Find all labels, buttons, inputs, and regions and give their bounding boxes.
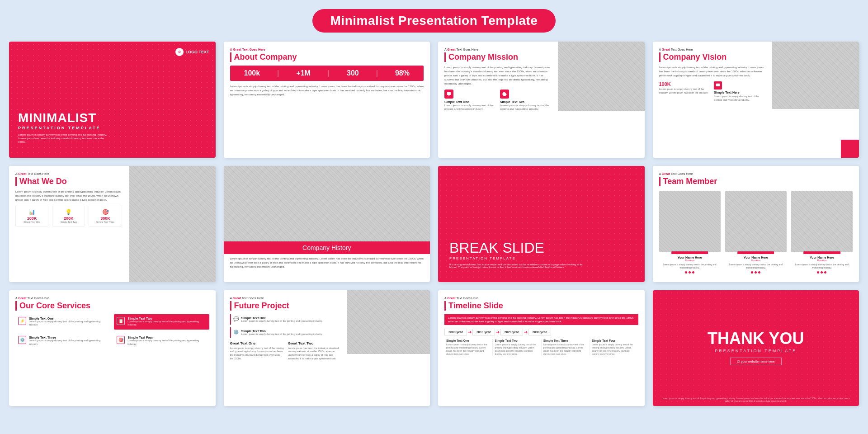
thank-you-bottom-text: Lorem ipsum is simply dummy text of the … (653, 397, 859, 402)
red-bar-mission (444, 52, 446, 62)
mission-features: Simple Text One Lorem ipsum is simply du… (444, 90, 551, 111)
metric-1: 📊 100K Simple Text One (15, 206, 48, 226)
about-title-plain: About (234, 52, 258, 61)
metrics-row: 📊 100K Simple Text One 💡 200K Simple Tex… (15, 206, 122, 226)
team-dot-3a (817, 271, 819, 274)
fp-title-line: Future Project (230, 301, 343, 311)
team-role-3: Position (791, 259, 853, 262)
fp-title-highlight: Project (262, 301, 289, 310)
project-title-2: Simple Text Two (241, 330, 323, 333)
team-member-1: Your Name Here Position Lorem ipsum is s… (659, 191, 721, 274)
break-content: Break Slide PRESENTATION TEMPLATE It is … (449, 241, 585, 269)
service-item-3: ⚙️ Simple Text Three Lorem ipsum is simp… (15, 333, 110, 349)
service-text-4: Lorem ipsum is simply dummy text of the … (127, 339, 206, 346)
metric-label-1: Simple Text One (19, 221, 45, 223)
break-title-plain: Break (449, 240, 502, 256)
slide-timeline[interactable]: A Great Text Goes Here Timeline Slide Lo… (438, 290, 645, 406)
vision-red-accent (841, 140, 859, 158)
cover-sub-title: PRESENTATION TEMPLATE (18, 126, 108, 130)
metric-icon-1: 📊 (19, 209, 45, 215)
red-bar-team (659, 177, 660, 186)
mission-header: A Great Text Goes Here (444, 48, 551, 51)
history-image (224, 166, 430, 241)
red-bar-services (15, 301, 17, 311)
timeline-item-2: Simple Text Two Lorem ipsum is simply du… (493, 339, 541, 356)
team-photo-2 (725, 191, 787, 252)
vision-image (772, 42, 859, 109)
metric-label-2: Simple Text Two (55, 221, 82, 223)
logo-area: ⊙ LOGO TEXT (175, 48, 209, 56)
mission-feature-2: Simple Text Two Lorem ipsum is simply du… (500, 90, 551, 111)
about-title-highlight: Company (260, 52, 297, 61)
feature-title-1: Simple Text One (444, 100, 495, 104)
services-title-line: Our Core Services (15, 301, 209, 311)
website-text: @ your website name here (737, 360, 775, 363)
about-body-text: Lorem ipsum is simply dummy text of the … (230, 85, 424, 97)
page-title-text: Minimalist Presentation Template (330, 14, 538, 28)
slides-grid: ⊙ LOGO TEXT Minimalist PRESENTATION TEMP… (9, 42, 859, 406)
about-title-line: About Company (230, 52, 424, 62)
mission-body-text: Lorem ipsum is simply dummy text of the … (444, 66, 551, 86)
timeline-year-4: 2030 year (528, 329, 551, 335)
history-text: Lorem ipsum is simply dummy text of the … (224, 254, 430, 272)
feature-title-2: Simple Text Two (500, 100, 551, 104)
feature-icon-1 (444, 90, 453, 99)
timeline-highlight: Lorem ipsum is simply dummy text of the … (444, 314, 638, 326)
wwd-body-text: Lorem ipsum is simply dummy text of the … (15, 190, 122, 202)
about-header-text: Great Text Goes Here (233, 48, 265, 51)
project-col-text-1: Lorem ipsum is simply dummy text of the … (230, 347, 284, 361)
service-content-4: Simple Text Four Lorem ipsum is simply d… (127, 336, 206, 346)
slide-mission[interactable]: A Great Text Goes Here Company Mission L… (438, 42, 645, 158)
about-header: A Great Text Goes Here (230, 48, 424, 51)
feature-icon-2 (500, 90, 509, 99)
service-content-2: Simple Text Two Lorem ipsum is simply du… (127, 317, 206, 327)
team-dot-3c (824, 271, 826, 274)
services-grid: ⚡ Simple Text One Lorem ipsum is simply … (15, 314, 209, 349)
what-we-do-image (129, 166, 216, 282)
slide-cover[interactable]: ⊙ LOGO TEXT Minimalist PRESENTATION TEMP… (9, 42, 216, 158)
logo-text: LOGO TEXT (185, 50, 209, 54)
history-banner-highlight: Company (302, 244, 331, 251)
vision-body-text: Lorem ipsum is simply dummy text of the … (659, 66, 766, 78)
mission-feature-1: Simple Text One Lorem ipsum is simply du… (444, 90, 495, 111)
vision-features: 100K Lorem ipsum is simply dummy text of… (659, 81, 766, 102)
team-desc-3: Lorem ipsum is simply dummy text of the … (791, 263, 853, 269)
metric-label-3: Simple Text Three (92, 221, 118, 223)
timeline-title-plain: Timeline (448, 301, 484, 310)
timeline-item-4: Simple Text Four Lorem ipsum is simply d… (590, 339, 638, 356)
slide-team[interactable]: A Great Text Goes Here Team Member Your … (653, 166, 859, 282)
vision-feat-text-1: Lorem ipsum is simply dummy text of the … (659, 88, 711, 94)
vision-header: A Great Text Goes Here (659, 48, 766, 51)
timeline-item-3: Simple Text Three Lorem ipsum is simply … (542, 339, 590, 356)
wwd-title-highlight: We Do (42, 177, 67, 186)
about-header-prefix: A (230, 48, 232, 51)
slide-services[interactable]: A Great Text Goes Here Our Core Services… (9, 290, 216, 406)
team-desc-2: Lorem ipsum is simply dummy text of the … (725, 263, 787, 269)
project-item-1: 💬 Simple Text One Lorem ipsum is simply … (230, 314, 343, 325)
metric-icon-2: 💡 (55, 209, 82, 215)
team-desc-1: Lorem ipsum is simply dummy text of the … (659, 263, 721, 269)
team-dot-1b (689, 271, 691, 274)
slide-about[interactable]: A Great Text Goes Here About Company 100… (224, 42, 430, 158)
slide-thank-you[interactable]: Thank You PRESENTATION TEMPLATE @ your w… (653, 290, 859, 406)
stat-3: 300 (347, 69, 359, 77)
feature-text-1: Lorem ipsum is simply dummy text of the … (444, 104, 495, 111)
timeline-item-title-3: Simple Text Three (543, 339, 588, 342)
wwd-header: A Great Text Goes Here (15, 172, 122, 175)
slide-vision[interactable]: A Great Text Goes Here Company Vision Lo… (653, 42, 859, 158)
team-title-highlight: Member (686, 177, 717, 186)
project-col-text-2: Lorem ipsum has been the industry's stan… (288, 347, 342, 361)
timeline-item-title-1: Simple Text One (446, 339, 491, 342)
history-banner: Company History (224, 241, 430, 254)
project-icon-2: ⚙️ (233, 330, 239, 335)
slide-break[interactable]: Break Slide PRESENTATION TEMPLATE It is … (438, 166, 645, 282)
slide-future-project[interactable]: A Great Text Goes Here Future Project 💬 … (224, 290, 430, 406)
slide-what-we-do[interactable]: A Great Text Goes Here What We Do Lorem … (9, 166, 216, 282)
service-text-1: Lorem ipsum is simply dummy text of the … (29, 320, 108, 327)
timeline-title: Timeline Slide (448, 301, 503, 311)
slide-cover-content: Minimalist PRESENTATION TEMPLATE Lorem i… (18, 112, 108, 144)
slide-history[interactable]: Company History Lorem ipsum is simply du… (224, 166, 430, 282)
project-col-title-2: Great Text Two (288, 341, 342, 345)
team-title: Team Member (663, 177, 717, 186)
stat-divider-2: | (328, 69, 330, 77)
